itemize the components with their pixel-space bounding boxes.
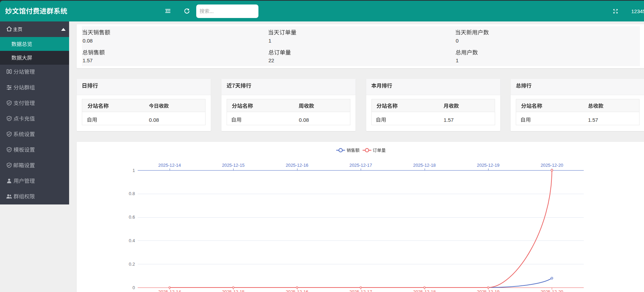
svg-text:2025-12-20: 2025-12-20 bbox=[541, 163, 563, 168]
svg-text:0.6: 0.6 bbox=[129, 215, 135, 220]
svg-text:2025-12-17: 2025-12-17 bbox=[349, 289, 372, 292]
svg-text:2025-12-16: 2025-12-16 bbox=[286, 163, 308, 168]
svg-text:2025-12-17: 2025-12-17 bbox=[349, 163, 372, 168]
svg-text:2025-12-19: 2025-12-19 bbox=[477, 289, 499, 292]
svg-text:0.8: 0.8 bbox=[129, 191, 135, 196]
svg-text:0.4: 0.4 bbox=[129, 238, 135, 243]
svg-text:2025-12-20: 2025-12-20 bbox=[541, 289, 563, 292]
svg-text:2025-12-14: 2025-12-14 bbox=[158, 289, 181, 292]
svg-text:2025-12-14: 2025-12-14 bbox=[158, 163, 181, 168]
svg-text:0.2: 0.2 bbox=[129, 262, 135, 267]
svg-text:2025-12-15: 2025-12-15 bbox=[222, 163, 244, 168]
svg-text:2025-12-19: 2025-12-19 bbox=[477, 163, 499, 168]
svg-text:2025-12-16: 2025-12-16 bbox=[286, 289, 308, 292]
svg-text:1: 1 bbox=[132, 168, 135, 173]
svg-text:2025-12-18: 2025-12-18 bbox=[413, 163, 436, 168]
svg-text:2025-12-15: 2025-12-15 bbox=[222, 289, 244, 292]
svg-text:0: 0 bbox=[132, 285, 135, 290]
svg-text:2025-12-18: 2025-12-18 bbox=[413, 289, 436, 292]
